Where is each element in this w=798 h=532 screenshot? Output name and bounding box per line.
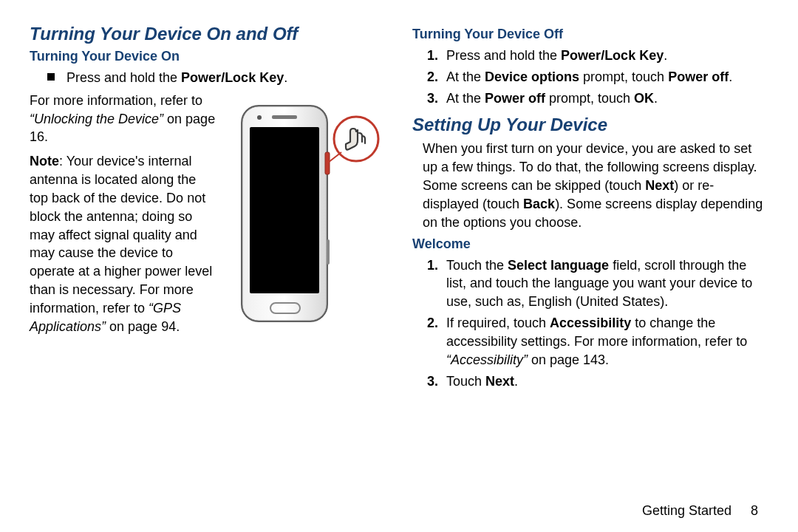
page-footer: Getting Started 8 [642,503,758,519]
step-text: At the Device options prompt, touch Powe… [446,68,732,86]
step-text: Touch the Select language field, scroll … [446,256,765,311]
footer-section-name: Getting Started [642,503,732,519]
page-columns: Turning Your Device On and Off Turning Y… [30,24,765,520]
note-label: Note [30,154,59,168]
note-paragraph: Note: Your device's internal antenna is … [30,152,217,335]
bullet-power-lock: Press and hold the Power/Lock Key. [47,69,383,87]
para-more-info: For more information, refer to “Unlockin… [30,92,217,146]
intro-text: For more information, refer to “Unlockin… [30,92,228,336]
step-number: 1. [427,256,446,311]
welcome-step-1: 1. Touch the Select language field, scro… [427,256,765,311]
heading-turning-off: Turning Your Device Off [412,27,765,42]
welcome-step-2: 2. If required, touch Accessibility to c… [427,314,765,369]
svg-rect-5 [325,152,330,174]
off-step-1: 1. Press and hold the Power/Lock Key. [427,47,765,65]
step-number: 1. [427,47,446,65]
note-tail: on page 94. [106,319,180,334]
svg-rect-6 [327,239,330,265]
heading-turning-on-off: Turning Your Device On and Off [30,24,383,44]
step-number: 2. [427,68,446,86]
step-number: 2. [427,314,446,369]
bullet-text-a: Press and hold the [66,70,181,85]
heading-turning-on: Turning Your Device On [30,49,383,64]
note-body: : Your device's internal antenna is loca… [30,154,212,316]
bullet-text-b: . [284,70,287,85]
left-column: Turning Your Device On and Off Turning Y… [30,24,403,520]
footer-page-number: 8 [751,503,758,519]
step-text: Touch Next. [446,372,518,391]
bullet-text: Press and hold the Power/Lock Key. [66,69,287,87]
bullet-text-bold: Power/Lock Key [181,70,284,85]
phone-figure [228,99,383,336]
svg-rect-4 [250,127,319,293]
square-bullet-icon [47,73,55,81]
svg-point-3 [257,115,262,120]
setup-intro: When you first turn on your device, you … [423,140,765,231]
heading-welcome: Welcome [412,236,765,252]
off-step-2: 2. At the Device options prompt, touch P… [427,68,765,86]
step-text: Press and hold the Power/Lock Key. [446,47,667,65]
heading-setting-up: Setting Up Your Device [412,115,765,135]
right-column: Turning Your Device Off 1. Press and hol… [403,24,765,520]
step-number: 3. [427,372,446,391]
para1-ital: “Unlocking the Device” [30,112,163,126]
step-text: At the Power off prompt, touch OK. [446,89,658,108]
svg-rect-2 [272,115,297,119]
welcome-step-3: 3. Touch Next. [427,372,765,391]
step-text: If required, touch Accessibility to chan… [446,314,765,369]
off-step-3: 3. At the Power off prompt, touch OK. [427,89,765,108]
intro-row: For more information, refer to “Unlockin… [30,92,383,336]
para1-a: For more information, refer to [30,93,202,108]
step-number: 3. [427,89,446,108]
svg-line-9 [328,152,341,163]
phone-illustration-icon [228,99,383,328]
